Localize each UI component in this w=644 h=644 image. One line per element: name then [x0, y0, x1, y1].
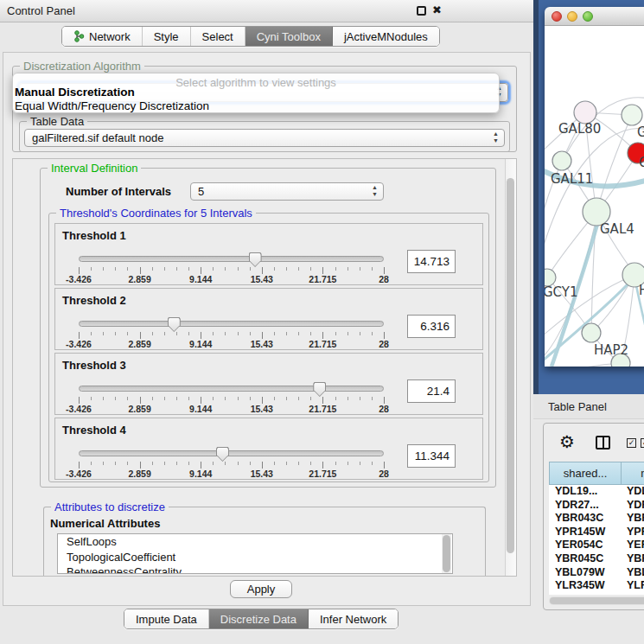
checkbox-icon[interactable]: ✓ — [641, 438, 644, 448]
tick-mark — [225, 267, 226, 271]
tick-mark — [188, 267, 189, 271]
threshold-slider[interactable] — [79, 321, 384, 327]
tick-mark — [384, 332, 385, 339]
table-row[interactable]: YBL079WYBL0 — [549, 566, 644, 580]
checkbox-icon[interactable]: ✓ — [627, 438, 636, 448]
tick-label: 15.43 — [251, 469, 273, 479]
vertical-scrollbar-thumb[interactable] — [507, 178, 514, 553]
cell-shared-name[interactable]: YBL079W — [549, 566, 622, 580]
cell-name[interactable]: YPR1 — [622, 526, 644, 539]
attribute-list-item[interactable]: BetweennessCentrality — [58, 564, 452, 574]
slider-thumb[interactable] — [249, 252, 262, 267]
network-view-window[interactable]: GAL80 GA GAL11 C GAL4 GCY1 H HAP2 — [545, 7, 644, 367]
slider-tick-labels: -3.4262.8599.14415.4321.71528 — [79, 339, 384, 349]
pane-splitter[interactable] — [533, 0, 539, 394]
close-traffic-light-icon[interactable] — [552, 11, 562, 22]
cell-name[interactable]: YBL0 — [622, 566, 644, 580]
tab-discretize-data[interactable]: Discretize Data — [209, 609, 309, 628]
float-window-icon[interactable] — [417, 6, 426, 16]
minimize-traffic-light-icon[interactable] — [567, 11, 577, 22]
node-hap2[interactable] — [582, 323, 601, 342]
column-header-shared-name[interactable]: shared... — [549, 462, 622, 485]
tick-mark — [103, 267, 104, 271]
network-window-titlebar[interactable] — [545, 7, 644, 26]
threshold-value-box[interactable]: 11.344 — [407, 444, 456, 468]
apply-button[interactable]: Apply — [230, 580, 292, 598]
tab-cyni-toolbox[interactable]: Cyni Toolbox — [245, 27, 333, 46]
cell-name[interactable]: YER0 — [622, 539, 644, 552]
tick-mark — [274, 332, 275, 335]
slider-thumb[interactable] — [216, 447, 229, 462]
cell-name[interactable]: YIL0 — [622, 593, 644, 595]
tab-label: Discretize Data — [220, 613, 296, 626]
node-gcy1[interactable] — [545, 269, 556, 286]
tab-infer-network[interactable]: Infer Network — [309, 609, 398, 628]
numerical-attributes-label: Numerical Attributes — [50, 517, 160, 530]
column-header-name[interactable]: na — [622, 462, 644, 485]
slider-thumb[interactable] — [313, 382, 326, 397]
split-columns-icon[interactable] — [596, 436, 610, 450]
threshold-value-box[interactable]: 14.713 — [407, 250, 456, 273]
table-row[interactable]: YBR043CYBR0 — [549, 512, 644, 526]
numerical-attributes-list[interactable]: SelfLoopsTopologicalCoefficientBetweenne… — [57, 533, 453, 574]
threshold-value-box[interactable]: 6.316 — [407, 315, 456, 338]
table-panel-title: Table Panel — [548, 400, 607, 413]
table-row[interactable]: YIL052CYIL0 — [549, 593, 644, 595]
table-data-combo[interactable]: galFiltered.sif default node ▲▼ — [24, 129, 505, 147]
tab-network[interactable]: Network — [62, 27, 143, 46]
cell-name[interactable]: YDL1 — [622, 485, 644, 499]
tab-select[interactable]: Select — [191, 27, 245, 46]
table-row[interactable]: YDR27...YDR2 — [549, 499, 644, 513]
attribute-list-item[interactable]: TopologicalCoefficient — [58, 550, 452, 565]
tick-mark — [286, 267, 287, 271]
tab-impute-data[interactable]: Impute Data — [124, 609, 209, 628]
num-intervals-combo[interactable]: 5 ▲▼ — [190, 182, 384, 201]
cell-name[interactable]: YBR0 — [622, 512, 644, 526]
cell-shared-name[interactable]: YLR345W — [549, 579, 622, 593]
table-hscroll-thumb[interactable] — [550, 597, 644, 604]
zoom-traffic-light-icon[interactable] — [583, 11, 593, 22]
table-row[interactable]: YPR145WYPR1 — [549, 526, 644, 539]
top-tab-bar: Network Style Select Cyni Toolbox jActiv… — [61, 26, 440, 47]
tick-label: 15.43 — [251, 404, 273, 414]
cell-shared-name[interactable]: YDR27... — [549, 499, 622, 513]
cell-shared-name[interactable]: YBR043C — [549, 512, 622, 526]
attributes-scrollbar-thumb[interactable] — [443, 535, 450, 572]
cell-shared-name[interactable]: YBR045C — [549, 552, 622, 566]
table-row[interactable]: YBR045CYBR0 — [549, 552, 644, 566]
tab-style[interactable]: Style — [143, 27, 191, 46]
slider-thumb[interactable] — [168, 317, 181, 332]
threshold-slider[interactable] — [79, 256, 384, 262]
network-canvas[interactable]: GAL80 GA GAL11 C GAL4 GCY1 H HAP2 — [545, 26, 644, 367]
tab-jactivemnodules[interactable]: jActiveMNodules — [333, 27, 439, 46]
tick-mark — [213, 397, 214, 400]
table-row[interactable]: YDL19...YDL1 — [549, 485, 644, 499]
dropdown-option-equal-width[interactable]: Equal Width/Frequency Discretization — [15, 99, 209, 112]
threshold-slider[interactable] — [79, 386, 384, 392]
table-horizontal-scrollbar[interactable] — [549, 596, 644, 605]
cell-shared-name[interactable]: YDL19... — [549, 485, 622, 499]
dropdown-option-manual[interactable]: Manual Discretization — [15, 86, 135, 99]
cell-name[interactable]: YBR0 — [622, 552, 644, 566]
cell-shared-name[interactable]: YPR145W — [549, 526, 622, 539]
table-rows[interactable]: YDL19...YDL1YDR27...YDR2YBR043CYBR0YPR14… — [549, 485, 644, 595]
cell-shared-name[interactable]: YIL052C — [549, 593, 622, 595]
threshold-value-box[interactable]: 21.4 — [407, 379, 456, 403]
cell-name[interactable]: YLR3 — [622, 579, 644, 593]
cell-shared-name[interactable]: YER054C — [549, 539, 622, 552]
attribute-list-item[interactable]: SelfLoops — [58, 534, 452, 550]
label-c-cut: C — [639, 155, 644, 170]
cell-name[interactable]: YDR2 — [622, 499, 644, 513]
gear-icon[interactable]: ⚙ — [559, 433, 575, 450]
tick-label: -3.426 — [66, 339, 92, 349]
tick-mark — [322, 332, 323, 339]
control-panel-titlebar: Control Panel ✖ — [0, 0, 534, 22]
close-icon[interactable]: ✖ — [432, 3, 442, 16]
node-top-right[interactable] — [622, 105, 642, 125]
tick-mark — [213, 332, 214, 335]
threshold-label: Threshold 1 — [62, 229, 126, 242]
table-row[interactable]: YLR345WYLR3 — [549, 579, 644, 593]
node-left[interactable] — [552, 151, 571, 170]
table-row[interactable]: YER054CYER0 — [549, 539, 644, 552]
threshold-slider[interactable] — [79, 450, 384, 456]
